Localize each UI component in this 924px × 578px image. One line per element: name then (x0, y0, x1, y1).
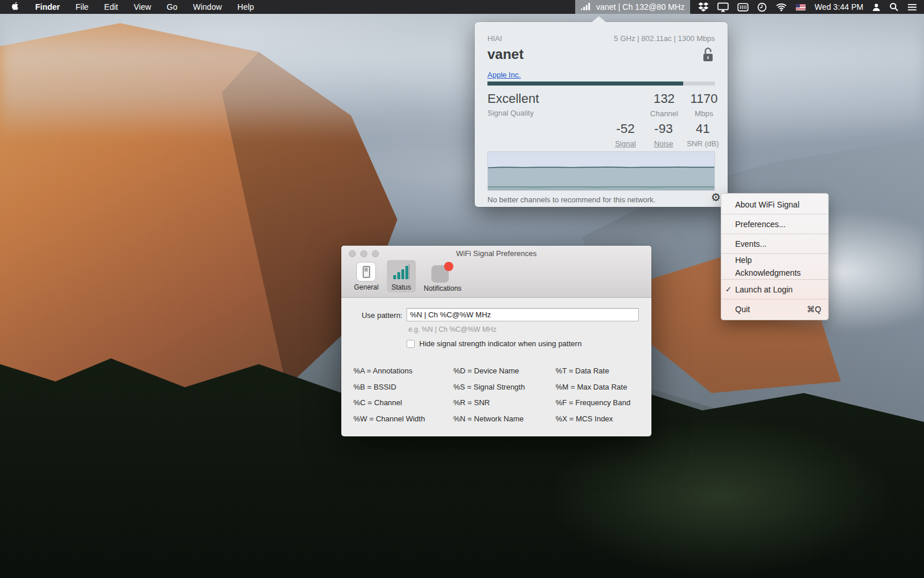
menu-item-shortcut: ⌘Q (807, 305, 821, 314)
menu-item-label: Acknowledgments (735, 268, 801, 277)
code-item: %B = BSSID (353, 383, 453, 391)
signal-history-chart (487, 151, 715, 191)
channel-label: Channel (644, 109, 684, 118)
hide-indicator-checkbox[interactable] (407, 340, 415, 348)
quality-value: Excellent (487, 91, 539, 106)
code-item: %S = Signal Strength (453, 383, 556, 391)
tab-general[interactable]: General (349, 260, 383, 292)
preferences-content: Use pattern: e.g. %N | Ch %C@%W MHz Hide… (341, 298, 651, 436)
preferences-toolbar: General Status Notifications (349, 260, 466, 294)
popover-arrow (592, 16, 606, 22)
menu-item-about-wifi-signal[interactable]: About WiFi Signal (721, 195, 828, 214)
menu-item-file[interactable]: File (76, 2, 89, 12)
code-item: %A = Annotations (353, 366, 453, 375)
menu-bar-clock[interactable]: Wed 3:44 PM (814, 2, 863, 12)
menu-item-quit[interactable]: Quit ⌘Q (721, 299, 828, 318)
checkmark-icon: ✓ (725, 285, 732, 294)
signal-quality-bar-fill (487, 81, 683, 86)
code-item: %R = SNR (453, 398, 556, 407)
vendor-link[interactable]: Apple Inc. (487, 71, 521, 79)
quality-label: Signal Quality (487, 109, 534, 117)
menu-item-finder[interactable]: Finder (35, 2, 60, 12)
wifi-signal-preferences-window: WiFi Signal Preferences General Status N… (341, 246, 651, 436)
code-item: %F = Frequency Band (556, 398, 631, 407)
time-machine-icon[interactable] (757, 2, 767, 12)
ap-vendor-label: HIAI (487, 34, 502, 43)
menu-bar: Finder File Edit View Go Window Help van… (0, 0, 924, 14)
tab-notifications-label: Notifications (424, 284, 461, 292)
menu-item-label: About WiFi Signal (735, 200, 799, 209)
hide-indicator-label: Hide signal strength indicator when usin… (419, 339, 582, 348)
menu-item-launch-at-login[interactable]: ✓ Launch at Login (721, 280, 828, 299)
signal-stat: -52 Signal (605, 121, 646, 148)
dropbox-icon[interactable] (698, 2, 709, 12)
rate-stat: 1170 Mbps (684, 91, 724, 118)
signal-quality-bar (487, 81, 715, 86)
airplay-display-icon[interactable] (717, 2, 729, 12)
menu-item-events[interactable]: Events... (721, 234, 828, 253)
wifi-icon[interactable] (776, 2, 787, 12)
general-switch-icon (356, 262, 376, 281)
menu-item-preferences[interactable]: Preferences... (721, 214, 828, 234)
tab-notifications[interactable]: Notifications (419, 260, 466, 294)
connection-info: 5 GHz | 802.11ac | 1300 Mbps (614, 34, 715, 43)
wifi-signal-status-item[interactable]: vanet | Ch 132@80 MHz (575, 0, 690, 14)
signal-label[interactable]: Signal (605, 139, 646, 148)
menu-item-acknowledgments[interactable]: Acknowledgments (721, 266, 828, 279)
code-item: %D = Device Name (453, 366, 556, 375)
us-flag-input-source-icon[interactable] (796, 4, 806, 10)
apple-menu-icon[interactable] (12, 1, 20, 13)
lock-icon (701, 46, 715, 65)
status-item-text: vanet | Ch 132@80 MHz (596, 2, 684, 12)
pattern-input[interactable] (407, 308, 639, 321)
network-name: vanet (487, 46, 524, 62)
signal-bars-icon (581, 2, 592, 12)
window-titlebar: WiFi Signal Preferences General Status N… (341, 246, 651, 298)
code-item: %C = Channel (353, 398, 453, 407)
notification-center-icon[interactable] (907, 3, 917, 11)
menu-item-edit[interactable]: Edit (104, 2, 118, 12)
spotlight-search-icon[interactable] (889, 2, 899, 12)
snr-stat: 41 SNR (dB) (678, 121, 728, 148)
code-item: %T = Data Rate (556, 366, 631, 375)
rate-label: Mbps (684, 109, 724, 118)
snr-label: SNR (dB) (678, 139, 728, 148)
menu-item-help[interactable]: Help (237, 2, 254, 12)
code-item: %M = Max Data Rate (556, 383, 631, 391)
channel-stat: 132 Channel (644, 91, 684, 118)
menu-item-help[interactable]: Help (721, 254, 828, 266)
menu-item-go[interactable]: Go (167, 2, 178, 12)
rate-value: 1170 (684, 91, 724, 106)
code-item: %W = Channel Width (353, 414, 453, 423)
menu-item-label: Events... (735, 239, 766, 249)
history-chart-svg (488, 152, 714, 190)
settings-gear-icon[interactable]: ⚙ (711, 191, 721, 203)
status-bars-icon (392, 262, 411, 281)
code-item: %X = MCS Index (556, 414, 631, 423)
code-item: %N = Network Name (453, 414, 556, 423)
menu-item-view[interactable]: View (133, 2, 151, 12)
channel-value: 132 (644, 91, 684, 106)
pattern-codes-grid: %A = Annotations %B = BSSID %C = Channel… (353, 363, 631, 427)
channel-recommendation-note: No better channels to recommend for this… (487, 195, 655, 204)
window-title: WiFi Signal Preferences (341, 249, 651, 258)
menu-item-label: Quit (735, 305, 750, 314)
menu-item-window[interactable]: Window (193, 2, 222, 12)
signal-value: -52 (605, 121, 646, 136)
pattern-example-hint: e.g. %N | Ch %C@%W MHz (408, 325, 497, 334)
use-pattern-label: Use pattern: (351, 311, 403, 320)
tab-status-label: Status (392, 283, 411, 291)
fast-user-switch-icon[interactable] (872, 3, 881, 12)
tab-status[interactable]: Status (387, 260, 416, 292)
snr-value: 41 (678, 121, 728, 136)
menu-item-label: Preferences... (735, 220, 785, 229)
keyboard-icon[interactable] (737, 3, 748, 12)
tab-general-label: General (354, 283, 379, 291)
settings-context-menu: About WiFi Signal Preferences... Events.… (721, 193, 829, 320)
menu-item-label: Help (735, 255, 752, 265)
menu-item-label: Launch at Login (735, 285, 793, 294)
wifi-signal-popover: HIAI 5 GHz | 802.11ac | 1300 Mbps vanet … (475, 22, 728, 207)
notifications-badge-icon (431, 262, 453, 283)
